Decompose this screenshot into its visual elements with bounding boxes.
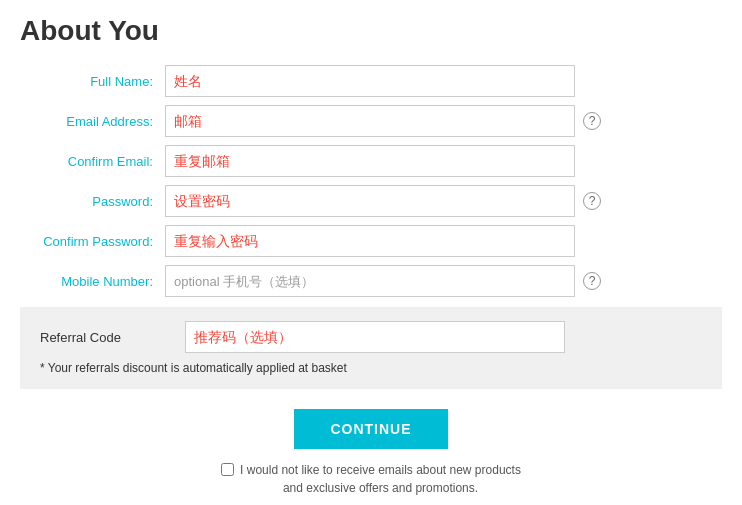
mobile-input[interactable] <box>165 265 575 297</box>
referral-note: * Your referrals discount is automatical… <box>40 361 702 375</box>
referral-section: Referral Code * Your referrals discount … <box>20 307 722 389</box>
confirm-password-input[interactable] <box>165 225 575 257</box>
mobile-label: Mobile Number: <box>20 274 165 289</box>
mobile-help-icon[interactable]: ? <box>583 272 601 290</box>
mobile-input-wrapper: ? <box>165 265 722 297</box>
email-input-wrapper: ? <box>165 105 722 137</box>
mobile-row: Mobile Number: ? <box>20 265 722 297</box>
password-input-wrapper: ? <box>165 185 722 217</box>
referral-input[interactable] <box>185 321 565 353</box>
email-opt-out-text: I would not like to receive emails about… <box>240 461 521 497</box>
email-opt-out-checkbox[interactable] <box>221 463 234 476</box>
email-row: Email Address: ? <box>20 105 722 137</box>
confirm-email-input[interactable] <box>165 145 575 177</box>
password-input[interactable] <box>165 185 575 217</box>
about-you-form: Full Name: Email Address: ? Confirm Emai… <box>20 65 722 389</box>
email-help-icon[interactable]: ? <box>583 112 601 130</box>
full-name-label: Full Name: <box>20 74 165 89</box>
referral-label: Referral Code <box>40 330 185 345</box>
password-row: Password: ? <box>20 185 722 217</box>
password-label: Password: <box>20 194 165 209</box>
continue-button[interactable]: CONTINUE <box>294 409 447 449</box>
email-label: Email Address: <box>20 114 165 129</box>
full-name-input[interactable] <box>165 65 575 97</box>
email-input[interactable] <box>165 105 575 137</box>
confirm-password-row: Confirm Password: <box>20 225 722 257</box>
full-name-row: Full Name: <box>20 65 722 97</box>
password-help-icon[interactable]: ? <box>583 192 601 210</box>
full-name-input-wrapper <box>165 65 722 97</box>
page-title: About You <box>20 15 722 47</box>
referral-row: Referral Code <box>40 321 702 353</box>
confirm-password-input-wrapper <box>165 225 722 257</box>
confirm-email-row: Confirm Email: <box>20 145 722 177</box>
confirm-password-label: Confirm Password: <box>20 234 165 249</box>
confirm-email-label: Confirm Email: <box>20 154 165 169</box>
confirm-email-input-wrapper <box>165 145 722 177</box>
continue-area: CONTINUE I would not like to receive ema… <box>20 409 722 497</box>
email-opt-out-row: I would not like to receive emails about… <box>221 461 521 497</box>
